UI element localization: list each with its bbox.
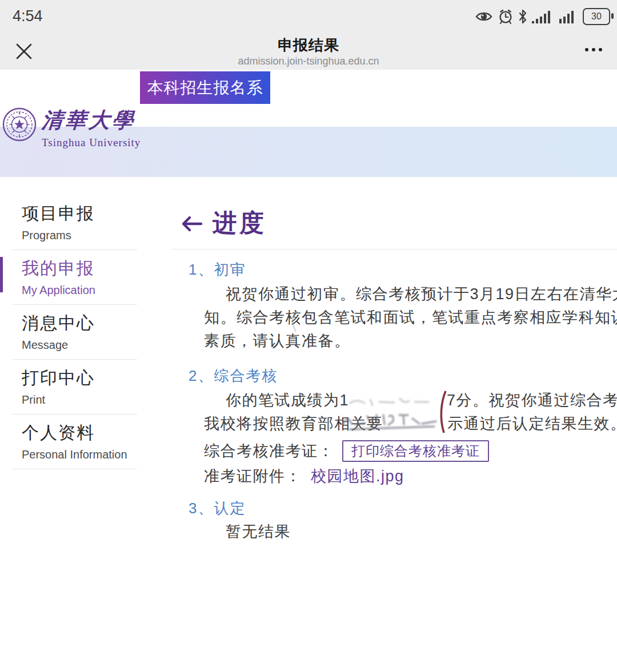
result-text-suffix: 示通过后认定结果生效。 [447, 413, 617, 434]
sidebar-item-label: 项目申报 [22, 202, 95, 226]
page-header-title: 申报结果 [0, 35, 617, 55]
sidebar-item-label: 打印中心 [22, 367, 95, 390]
print-admit-card-button[interactable]: 打印综合考核准考证 [342, 440, 489, 462]
result-text-prefix: 我校将按照教育部相关要 [204, 413, 383, 434]
status-icons: 30 [475, 8, 610, 25]
sidebar-item-sublabel: Programs [22, 229, 95, 242]
tsinghua-seal-icon [2, 106, 37, 143]
section-2-heading: 2、综合考核 [189, 366, 278, 386]
clock-time: 4:54 [13, 7, 43, 25]
section-3-heading: 3、认定 [189, 498, 246, 518]
sidebar-item-label: 我的申报 [22, 257, 95, 280]
section-1-line: 祝贺你通过初审。综合考核预计于3月19日左右在清华大学校内举行 [226, 284, 617, 304]
score-text-prefix: 你的笔试成绩为1 [226, 390, 349, 411]
section-1-line: 素质，请认真准备。 [204, 331, 351, 351]
active-item-indicator [0, 257, 3, 292]
admit-card-label: 综合考核准考证： [204, 441, 334, 461]
attachment-label: 准考证附件： [204, 466, 302, 486]
signal-icon [532, 9, 555, 24]
alarm-icon [498, 9, 514, 25]
score-text-suffix: 7分。祝贺你通过综合考核，获 [447, 390, 617, 411]
sidebar-item-label: 消息中心 [22, 312, 95, 335]
back-arrow-icon[interactable] [181, 215, 203, 233]
sidebar-item-my-application[interactable]: 我的申报 My Application [22, 257, 95, 297]
page-title: 进度 [213, 207, 266, 240]
sidebar-item-print[interactable]: 打印中心 Print [22, 367, 95, 407]
sidebar-item-sublabel: Message [22, 339, 95, 352]
sidebar-item-sublabel: My Application [22, 284, 95, 297]
attachment-row: 准考证附件： 校园地图.jpg [204, 466, 404, 486]
tsinghua-logo: 清華大學 Tsinghua University [2, 106, 141, 149]
content-divider [171, 249, 617, 250]
page: 4:54 [0, 0, 617, 672]
sidebar-item-label: 个人资料 [22, 421, 127, 445]
sidebar-item-sublabel: Print [22, 393, 95, 407]
admit-card-row: 综合考核准考证： 打印综合考核准考证 [204, 440, 489, 462]
logo-english-name: Tsinghua University [42, 136, 141, 149]
sidebar-divider [13, 469, 137, 469]
top-bar: 4:54 [0, 0, 617, 70]
sidebar-item-programs[interactable]: 项目申报 Programs [22, 202, 95, 242]
more-menu-icon[interactable] [585, 48, 602, 51]
eye-icon [475, 10, 493, 23]
sidebar-item-personal-information[interactable]: 个人资料 Personal Information [22, 421, 127, 461]
battery-level: 30 [591, 11, 602, 22]
sidebar-item-message[interactable]: 消息中心 Message [22, 312, 95, 352]
sidebar-divider [13, 414, 137, 415]
signal-icon-2 [559, 9, 578, 24]
sidebar-divider [13, 250, 137, 250]
bluetooth-icon [518, 9, 527, 25]
system-badge: 本科招生报名系 [140, 71, 270, 104]
page-header-url: admission.join-tsinghua.edu.cn [0, 55, 617, 67]
battery-icon: 30 [583, 8, 610, 25]
attachment-link[interactable]: 校园地图.jpg [311, 466, 404, 486]
section-3-result: 暂无结果 [226, 521, 291, 542]
section-1-line: 知。综合考核包含笔试和面试，笔试重点考察相应学科知识为主的综合 [204, 307, 617, 328]
sidebar-divider [13, 304, 137, 305]
section-1-heading: 1、初审 [189, 260, 246, 280]
logo-chinese-name: 清華大學 [41, 106, 142, 135]
sidebar-divider [13, 359, 137, 360]
sidebar-item-sublabel: Personal Information [22, 448, 127, 461]
